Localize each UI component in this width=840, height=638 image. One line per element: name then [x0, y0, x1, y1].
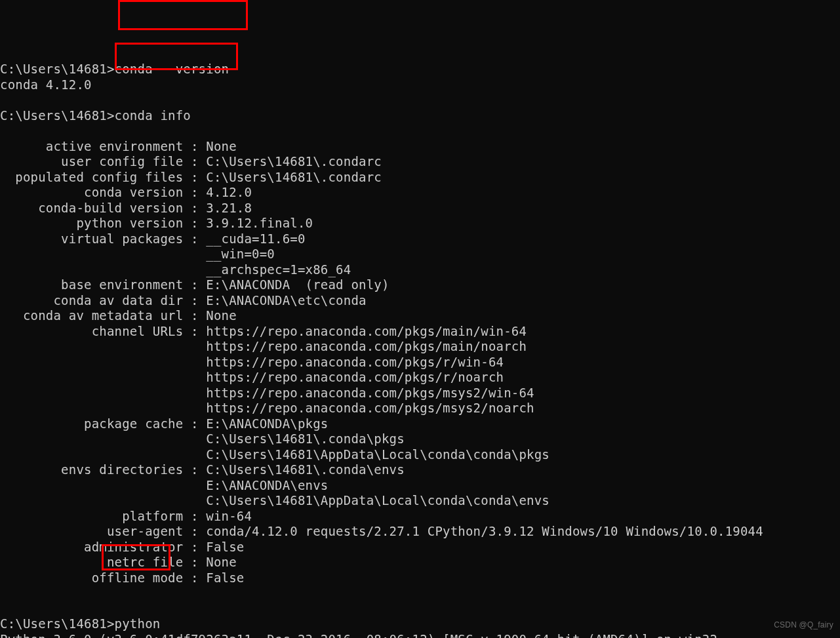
- prompt-line-3: C:\Users\14681>python: [0, 616, 160, 631]
- watermark: CSDN @Q_fairy: [774, 618, 833, 633]
- prompt-path: C:\Users\14681>: [0, 616, 115, 631]
- output-conda-version: conda 4.12.0: [0, 77, 92, 92]
- command-text: python: [115, 616, 161, 631]
- conda-info-output: active environment : None user config fi…: [0, 139, 763, 585]
- prompt-line-2: C:\Users\14681>conda info: [0, 108, 191, 123]
- command-text: conda --version: [115, 62, 230, 76]
- terminal-window[interactable]: C:\Users\14681>conda --version conda 4.1…: [0, 62, 840, 638]
- python-banner-line-1: Python 3.6.0 (v3.6.0:41df79263a11, Dec 2…: [0, 632, 717, 639]
- command-text: conda info: [115, 108, 191, 123]
- highlight-box-conda-version: [118, 0, 248, 30]
- prompt-path: C:\Users\14681>: [0, 108, 115, 123]
- prompt-line-1: C:\Users\14681>conda --version: [0, 62, 229, 76]
- prompt-path: C:\Users\14681>: [0, 62, 115, 76]
